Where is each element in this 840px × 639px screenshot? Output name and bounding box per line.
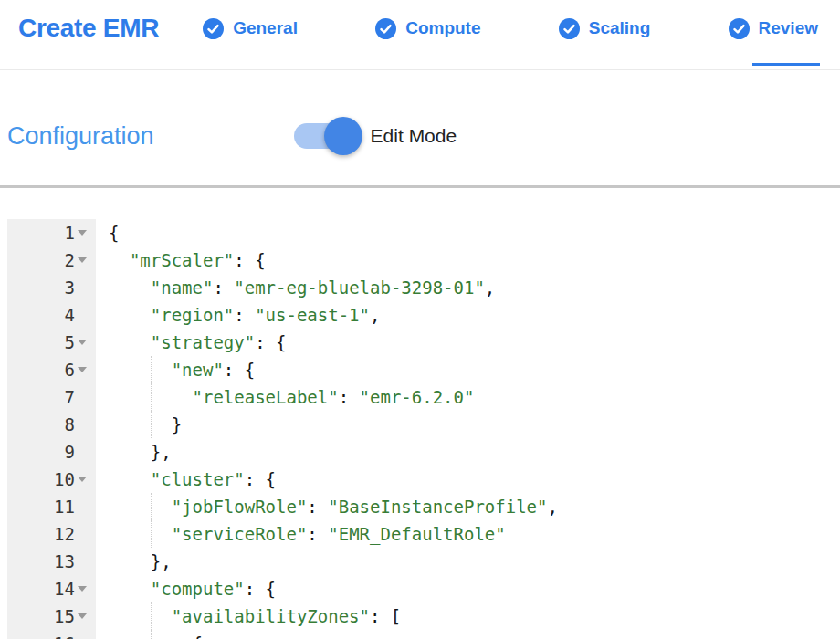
fold-collapse-arrow-icon[interactable] bbox=[78, 477, 87, 482]
line-number: 10 bbox=[54, 469, 75, 489]
line-number: 3 bbox=[65, 278, 75, 298]
gutter-row: 9 bbox=[7, 438, 96, 466]
line-number: 12 bbox=[54, 524, 75, 544]
gutter-row: 4 bbox=[7, 301, 96, 329]
gutter-row: 2 bbox=[7, 246, 96, 274]
create-emr-page: Create EMR GeneralComputeScalingReview C… bbox=[0, 0, 840, 639]
step-label: Review bbox=[759, 18, 818, 38]
code-line[interactable]: }, bbox=[96, 438, 840, 466]
step-label: General bbox=[233, 18, 298, 38]
json-punctuation-token: : bbox=[339, 387, 360, 407]
code-line[interactable]: "new": { bbox=[96, 356, 840, 383]
indent-guide bbox=[151, 493, 152, 520]
line-number: 14 bbox=[54, 579, 75, 599]
fold-collapse-arrow-icon[interactable] bbox=[78, 367, 87, 372]
indent-guide bbox=[151, 356, 152, 383]
code-line[interactable]: "releaseLabel": "emr-6.2.0" bbox=[96, 383, 840, 411]
json-punctuation-token: : { bbox=[245, 579, 276, 599]
json-string-token: "EMR_DefaultRole" bbox=[328, 524, 505, 544]
json-punctuation-token: { bbox=[193, 634, 203, 639]
gutter-row: 12 bbox=[7, 520, 96, 548]
code-line[interactable]: "availabilityZones": [ bbox=[96, 602, 840, 630]
edit-mode-label: Edit Mode bbox=[371, 125, 457, 147]
json-punctuation-token: }, bbox=[151, 551, 172, 571]
code-line[interactable]: } bbox=[96, 411, 840, 438]
json-punctuation-token: { bbox=[109, 223, 119, 243]
gutter-row: 11 bbox=[7, 493, 96, 520]
code-line[interactable]: }, bbox=[96, 548, 840, 575]
indent-guide bbox=[151, 520, 152, 548]
code-line[interactable]: { bbox=[96, 630, 840, 639]
fold-collapse-arrow-icon[interactable] bbox=[78, 230, 87, 236]
step-label: Compute bbox=[405, 18, 480, 38]
json-string-token: "new" bbox=[172, 360, 224, 380]
code-line[interactable]: "jobFlowRole": "BaseInstanceProfile", bbox=[96, 493, 840, 520]
code-line[interactable]: "strategy": { bbox=[96, 329, 840, 356]
configuration-section-header: Configuration Edit Mode bbox=[0, 116, 840, 156]
json-string-token: "releaseLabel" bbox=[193, 387, 339, 407]
json-string-token: "strategy" bbox=[151, 332, 255, 352]
json-string-token: "serviceRole" bbox=[172, 524, 308, 544]
json-punctuation-token: : [ bbox=[370, 606, 401, 626]
line-number: 11 bbox=[54, 497, 75, 517]
step-compute[interactable]: Compute bbox=[375, 0, 480, 57]
code-line[interactable]: { bbox=[96, 219, 840, 246]
toggle-knob bbox=[324, 117, 362, 155]
indent-guide bbox=[151, 602, 152, 630]
code-line[interactable]: "name": "emr-eg-bluelab-3298-01", bbox=[96, 274, 840, 301]
json-string-token: "emr-6.2.0" bbox=[360, 387, 475, 407]
step-label: Scaling bbox=[589, 18, 651, 38]
step-scaling[interactable]: Scaling bbox=[559, 0, 651, 57]
line-number: 2 bbox=[65, 250, 75, 270]
line-number: 6 bbox=[65, 360, 75, 380]
json-punctuation-token: : { bbox=[245, 469, 276, 489]
json-punctuation-token: : { bbox=[224, 360, 255, 380]
json-punctuation-token: : { bbox=[255, 332, 286, 352]
code-line[interactable]: "region": "us-east-1", bbox=[96, 301, 840, 329]
json-punctuation-token: , bbox=[370, 305, 380, 325]
json-config-editor[interactable]: 12345678910111213141516 { "mrScaler": { … bbox=[7, 219, 840, 639]
wizard-header: Create EMR GeneralComputeScalingReview bbox=[0, 0, 840, 70]
gutter-row: 16 bbox=[7, 630, 96, 639]
code-line[interactable]: "serviceRole": "EMR_DefaultRole" bbox=[96, 520, 840, 548]
json-punctuation-token: }, bbox=[151, 442, 172, 462]
json-string-token: "BaseInstanceProfile" bbox=[328, 497, 547, 517]
step-review[interactable]: Review bbox=[729, 0, 818, 57]
configuration-title: Configuration bbox=[7, 122, 154, 151]
check-circle-icon bbox=[375, 18, 396, 39]
fold-collapse-arrow-icon[interactable] bbox=[78, 340, 87, 345]
gutter-row: 15 bbox=[7, 602, 96, 630]
fold-collapse-arrow-icon[interactable] bbox=[78, 586, 87, 592]
json-string-token: "cluster" bbox=[151, 469, 245, 489]
line-number: 5 bbox=[65, 332, 75, 352]
code-line[interactable]: "cluster": { bbox=[96, 466, 840, 493]
editor-code-area[interactable]: { "mrScaler": { "name": "emr-eg-bluelab-… bbox=[96, 219, 840, 639]
fold-collapse-arrow-icon[interactable] bbox=[78, 613, 87, 619]
indent-guide bbox=[151, 383, 152, 411]
indent-guide bbox=[151, 411, 152, 438]
step-general[interactable]: General bbox=[203, 0, 298, 57]
json-punctuation-token: : bbox=[307, 524, 328, 544]
line-number: 7 bbox=[65, 387, 75, 407]
edit-mode-toggle[interactable] bbox=[294, 123, 360, 149]
json-punctuation-token: : bbox=[234, 305, 255, 325]
line-number: 15 bbox=[54, 606, 75, 626]
json-string-token: "name" bbox=[151, 278, 214, 298]
code-line[interactable]: "mrScaler": { bbox=[96, 246, 840, 274]
code-line[interactable]: "compute": { bbox=[96, 575, 840, 602]
fold-collapse-arrow-icon[interactable] bbox=[78, 257, 87, 263]
line-number: 8 bbox=[65, 414, 75, 435]
line-number: 9 bbox=[65, 442, 75, 462]
json-punctuation-token: : bbox=[307, 497, 328, 517]
gutter-row: 14 bbox=[7, 575, 96, 602]
gutter-row: 10 bbox=[7, 466, 96, 493]
gutter-row: 13 bbox=[7, 548, 96, 575]
json-punctuation-token: : { bbox=[234, 250, 265, 270]
json-punctuation-token: , bbox=[485, 278, 495, 298]
line-number: 16 bbox=[54, 634, 75, 639]
json-punctuation-token: } bbox=[172, 414, 182, 435]
gutter-row: 8 bbox=[7, 411, 96, 438]
json-string-token: "availabilityZones" bbox=[172, 606, 370, 626]
json-string-token: "jobFlowRole" bbox=[172, 497, 308, 517]
json-punctuation-token: , bbox=[547, 497, 557, 517]
